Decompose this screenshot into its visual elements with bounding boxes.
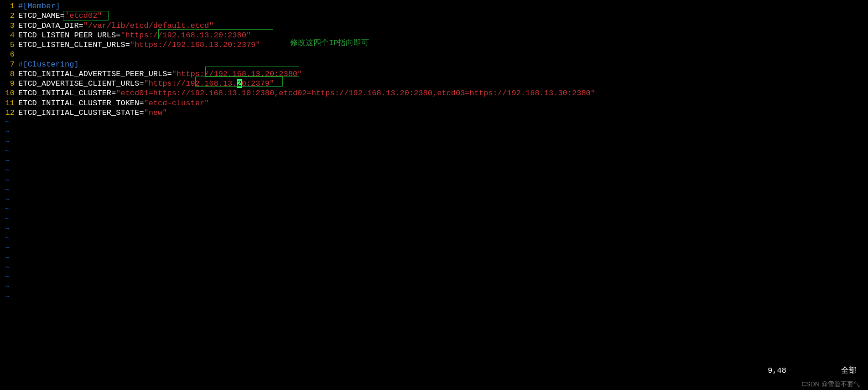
code-token: #[Member] bbox=[18, 2, 60, 10]
line-number: 10 bbox=[2, 88, 18, 98]
line-content[interactable]: #[Member] bbox=[18, 1, 866, 11]
line-number: 2 bbox=[2, 11, 18, 21]
code-token: "https://192.168.13. bbox=[144, 79, 237, 88]
empty-line-tilde: ~ bbox=[2, 166, 866, 175]
code-line[interactable]: 7#[Clustering] bbox=[2, 60, 866, 69]
code-line[interactable]: 2ETCD_NAME='etcd02" bbox=[2, 11, 866, 21]
empty-line-tilde: ~ bbox=[2, 185, 866, 195]
line-number: 3 bbox=[2, 21, 18, 31]
line-content[interactable] bbox=[18, 50, 866, 59]
empty-line-tilde: ~ bbox=[2, 253, 866, 263]
code-token: ETCD_LISTEN_CLIENT_URLS= bbox=[18, 41, 130, 49]
code-token: ETCD_DATA_DIR= bbox=[18, 21, 83, 30]
vim-mode: 全部 bbox=[841, 366, 857, 375]
code-token: ETCD_NAME= bbox=[18, 11, 65, 20]
line-number: 8 bbox=[2, 69, 18, 79]
code-token: ETCD_INITIAL_CLUSTER= bbox=[18, 89, 116, 98]
code-line[interactable]: 12ETCD_INITIAL_CLUSTER_STATE="new" bbox=[2, 108, 866, 118]
empty-line-tilde: ~ bbox=[2, 224, 866, 234]
code-token: 0:2379" bbox=[242, 79, 274, 88]
code-token: ETCD_INITIAL_CLUSTER_STATE= bbox=[18, 108, 144, 117]
code-line[interactable]: 10ETCD_INITIAL_CLUSTER="etcd01=https://1… bbox=[2, 88, 866, 98]
code-token: ETCD_INITIAL_ADVERTISE_PEER_URLS= bbox=[18, 70, 172, 78]
empty-line-tilde: ~ bbox=[2, 205, 866, 214]
code-token: ETCD_LISTEN_PEER_URLS= bbox=[18, 31, 120, 40]
code-token: ETCD_INITIAL_CLUSTER_TOKEN= bbox=[18, 99, 144, 108]
empty-line-tilde: ~ bbox=[2, 292, 866, 302]
line-content[interactable]: ETCD_NAME='etcd02" bbox=[18, 11, 866, 21]
code-line[interactable]: 6 bbox=[2, 50, 866, 59]
empty-line-tilde: ~ bbox=[2, 147, 866, 156]
code-token: "new" bbox=[144, 108, 167, 117]
line-content[interactable]: ETCD_LISTEN_CLIENT_URLS="https://192.168… bbox=[18, 40, 866, 50]
empty-line-tilde: ~ bbox=[2, 176, 866, 185]
line-number: 1 bbox=[2, 1, 18, 11]
line-number: 5 bbox=[2, 40, 18, 50]
code-token: "etcd-cluster" bbox=[144, 99, 209, 108]
line-content[interactable]: ETCD_INITIAL_ADVERTISE_PEER_URLS="https:… bbox=[18, 69, 866, 79]
code-token: "https://192.168.13.20:2380" bbox=[172, 70, 302, 78]
code-token: ETCD_ADVERTISE_CLIENT_URLS= bbox=[18, 79, 144, 88]
empty-line-tilde: ~ bbox=[2, 156, 866, 166]
empty-line-tilde: ~ bbox=[2, 137, 866, 147]
code-token: "https://192.168.13.20:2380" bbox=[120, 31, 251, 40]
editor-area[interactable]: 1#[Member]2ETCD_NAME='etcd02"3ETCD_DATA_… bbox=[0, 0, 868, 303]
empty-line-tilde: ~ bbox=[2, 263, 866, 272]
line-number: 11 bbox=[2, 98, 18, 108]
code-token: "etcd01=https://192.168.13.10:2380,etcd0… bbox=[116, 89, 595, 98]
code-token: "https://192.168.13.20:2379" bbox=[130, 41, 260, 49]
empty-line-tilde: ~ bbox=[2, 272, 866, 282]
watermark: CSDN @雪碧不要气 bbox=[801, 380, 860, 389]
empty-line-tilde: ~ bbox=[2, 118, 866, 127]
empty-line-tilde: ~ bbox=[2, 195, 866, 205]
empty-line-tilde: ~ bbox=[2, 127, 866, 137]
code-line[interactable]: 1#[Member] bbox=[2, 1, 866, 11]
line-number: 7 bbox=[2, 60, 18, 69]
code-line[interactable]: 9ETCD_ADVERTISE_CLIENT_URLS="https://192… bbox=[2, 79, 866, 88]
empty-line-tilde: ~ bbox=[2, 215, 866, 224]
code-line[interactable]: 4ETCD_LISTEN_PEER_URLS="https://192.168.… bbox=[2, 31, 866, 40]
code-token: #[Clustering] bbox=[18, 60, 79, 69]
line-content[interactable]: ETCD_ADVERTISE_CLIENT_URLS="https://192.… bbox=[18, 79, 866, 88]
empty-line-tilde: ~ bbox=[2, 234, 866, 243]
line-number: 6 bbox=[2, 50, 18, 59]
empty-line-tilde: ~ bbox=[2, 282, 866, 292]
line-content[interactable]: ETCD_LISTEN_PEER_URLS="https://192.168.1… bbox=[18, 31, 866, 40]
cursor-position: 9,48 bbox=[768, 366, 786, 375]
line-content[interactable]: ETCD_INITIAL_CLUSTER_TOKEN="etcd-cluster… bbox=[18, 98, 866, 108]
status-bar: 9,48 全部 bbox=[0, 366, 868, 375]
code-line[interactable]: 11ETCD_INITIAL_CLUSTER_TOKEN="etcd-clust… bbox=[2, 98, 866, 108]
line-number: 12 bbox=[2, 108, 18, 118]
code-token: "/var/lib/etcd/default.etcd" bbox=[83, 21, 214, 30]
line-content[interactable]: ETCD_DATA_DIR="/var/lib/etcd/default.etc… bbox=[18, 21, 866, 31]
code-token: 2 bbox=[237, 79, 242, 88]
line-content[interactable]: #[Clustering] bbox=[18, 60, 866, 69]
code-line[interactable]: 8ETCD_INITIAL_ADVERTISE_PEER_URLS="https… bbox=[2, 69, 866, 79]
line-number: 4 bbox=[2, 31, 18, 40]
empty-line-tilde: ~ bbox=[2, 243, 866, 253]
code-token: 'etcd02" bbox=[65, 11, 102, 20]
line-content[interactable]: ETCD_INITIAL_CLUSTER_STATE="new" bbox=[18, 108, 866, 118]
line-number: 9 bbox=[2, 79, 18, 88]
line-content[interactable]: ETCD_INITIAL_CLUSTER="etcd01=https://192… bbox=[18, 88, 866, 98]
code-line[interactable]: 5ETCD_LISTEN_CLIENT_URLS="https://192.16… bbox=[2, 40, 866, 50]
annotation-text: 修改这四个IP指向即可 bbox=[290, 38, 369, 48]
code-line[interactable]: 3ETCD_DATA_DIR="/var/lib/etcd/default.et… bbox=[2, 21, 866, 31]
